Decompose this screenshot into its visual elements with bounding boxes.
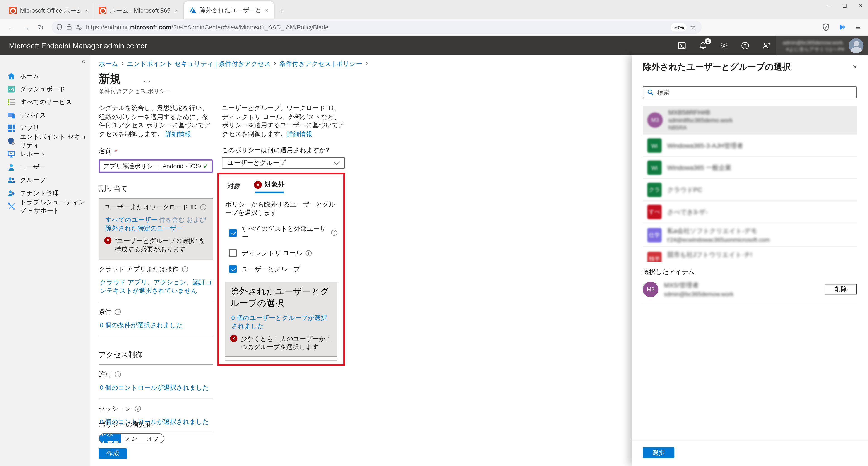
users-summary-link[interactable]: すべてのユーザー 件を含む および 除外された特定のユーザー — [104, 216, 208, 232]
site-permissions-icon[interactable] — [75, 24, 83, 30]
sidebar-item-groups[interactable]: グループ — [0, 174, 90, 187]
checkbox-unchecked[interactable] — [229, 249, 237, 257]
checkbox-checked[interactable] — [229, 265, 237, 273]
lock-icon[interactable] — [66, 24, 72, 30]
troubleshooting-icon — [7, 202, 16, 211]
applies-to-dropdown[interactable]: ユーザーとグループ — [222, 157, 345, 169]
conditions-link[interactable]: 0 個の条件が選択されました — [99, 321, 213, 330]
sidebar-item-reports[interactable]: レポート — [0, 148, 90, 161]
tab-close-icon[interactable]: × — [174, 7, 179, 13]
settings-gear-icon[interactable] — [720, 41, 728, 50]
list-item[interactable]: すべ さべでき3-ザ- — [643, 200, 857, 223]
tab-close-icon[interactable]: × — [84, 7, 89, 13]
tab-include[interactable]: 対象 — [227, 182, 241, 191]
select-button[interactable]: 選択 — [643, 447, 675, 458]
selected-items-heading: 選択したアイテム — [643, 268, 857, 276]
policy-name-input[interactable] — [103, 163, 201, 169]
list-item[interactable]: Wi Windowa365 一般企業 — [643, 156, 857, 178]
info-icon[interactable]: i — [135, 406, 141, 412]
sidebar-item-endpoint-security[interactable]: エンドポイント セキュリティ — [0, 135, 90, 148]
breadcrumb-ca-policy[interactable]: 条件付きアクセス | ポリシー — [279, 60, 362, 68]
favorite-star-icon[interactable]: ☆ — [690, 23, 696, 31]
avatar: 独半 — [647, 252, 662, 262]
zoom-level-badge[interactable]: 90% — [671, 23, 687, 31]
sidebar-item-home[interactable]: ホーム — [0, 70, 90, 83]
sidebar-collapse-icon[interactable]: « — [82, 58, 85, 65]
guests-checkbox-row[interactable]: すべてのゲストと外部ユーザーi — [225, 224, 337, 241]
search-box[interactable] — [643, 86, 857, 98]
panel-close-icon[interactable]: × — [852, 62, 857, 71]
list-item[interactable]: クラ クラウドPC — [643, 178, 857, 200]
sidebar-item-devices[interactable]: デバイス — [0, 109, 90, 122]
info-icon[interactable]: i — [200, 204, 206, 210]
cloud-shell-icon[interactable] — [678, 41, 686, 50]
cloud-apps-link[interactable]: クラウド アプリ、アクション、認証コンテキストが選択されていません — [99, 278, 213, 295]
new-tab-button[interactable]: + — [279, 6, 284, 15]
list-item[interactable]: 独半 競市も社Jフトウリエイト·チ! — · · — ——— · — — [643, 246, 857, 262]
list-item[interactable]: Wi Windowa365-3-AJH管理者 — [643, 134, 857, 156]
avatar[interactable] — [848, 38, 864, 53]
dropdown-value: ユーザーとグループ — [227, 159, 285, 167]
feedback-icon[interactable] — [762, 41, 771, 50]
tab-m365-admin[interactable]: ホーム - Microsoft 365 管理センタ × — [94, 2, 184, 19]
browser-menu-icon[interactable]: ≡ — [856, 23, 860, 31]
sidebar-item-dashboard[interactable]: ダッシュボード — [0, 83, 90, 96]
tracking-shield-icon[interactable] — [56, 24, 62, 30]
tab-office-home[interactable]: Microsoft Office ホーム × — [4, 2, 94, 19]
forward-button[interactable]: → — [23, 23, 30, 31]
toggle-off[interactable]: オフ — [142, 433, 164, 443]
excluded-selection-link[interactable]: 0 個のユーザーとグループが選択されました — [230, 314, 332, 330]
tab-exclude[interactable]: ×対象外 — [254, 180, 285, 193]
sidebar-item-users[interactable]: ユーザー — [0, 161, 90, 174]
list-item[interactable]: M3 MXB58RFH#B sdmin8fsc365demo.work NB5R… — [643, 106, 857, 134]
info-icon[interactable]: i — [182, 266, 188, 272]
account-tenant: #よに含らアサミリ(ハ·P# — [786, 46, 844, 52]
directory-roles-checkbox-row[interactable]: ディレクトリ ロールi — [225, 249, 337, 257]
address-bar[interactable]: https://endpoint.microsoft.com/?ref=Admi… — [52, 20, 702, 34]
toggle-report-only[interactable]: レポート専用 — [99, 433, 121, 443]
enable-policy-toggle[interactable]: レポート専用 オン オフ — [99, 433, 164, 443]
policy-name-field[interactable]: ✓ — [99, 159, 213, 173]
account-menu[interactable]: admin@bc365demow.work. #よに含らアサミリ(ハ·P# — [776, 36, 868, 56]
window-minimize-button[interactable]: – — [828, 2, 831, 9]
error-icon: × — [104, 237, 112, 244]
account-email: admin@bc365demow.work. — [783, 39, 844, 45]
breadcrumb-endpoint-security[interactable]: エンドポイント セキュリティ | 条件付きアクセス — [127, 60, 271, 68]
dashboard-icon — [7, 85, 16, 94]
help-icon[interactable]: ? — [741, 41, 750, 50]
info-icon[interactable]: i — [115, 371, 121, 377]
tab-active-excluded-users[interactable]: 除外されたユーザーとグループの選択 × — [184, 1, 274, 19]
list-item[interactable]: 仕学 私a会社ソフトクリエイト-デモ t'24@ecwindowac365uon… — [643, 223, 857, 246]
grant-link[interactable]: 0 個のコントロールが選択されました — [99, 383, 213, 392]
breadcrumb-home[interactable]: ホーム — [99, 60, 118, 68]
refresh-button[interactable]: ↻ — [38, 23, 44, 31]
create-button[interactable]: 作成 — [99, 448, 127, 459]
learn-more-link[interactable]: 詳細情報 — [165, 130, 191, 137]
info-icon[interactable]: i — [306, 250, 312, 256]
copilot-icon[interactable] — [839, 23, 847, 31]
notifications-bell-icon[interactable]: 2 — [699, 41, 708, 50]
window-maximize-button[interactable]: □ — [843, 2, 847, 9]
window-close-button[interactable]: × — [859, 2, 863, 9]
page-more-menu-icon[interactable]: … — [143, 74, 152, 83]
item-email: t'24@ecwindowac365uonmicrosoft.com — [667, 237, 770, 243]
error-icon: × — [254, 181, 262, 188]
toggle-on[interactable]: オン — [121, 433, 142, 443]
users-groups-checkbox-row[interactable]: ユーザーとグループ — [225, 265, 337, 273]
learn-more-link[interactable]: 詳細情報 — [287, 130, 312, 137]
url-text[interactable]: https://endpoint.microsoft.com/?ref=Admi… — [86, 24, 667, 30]
back-button[interactable]: ← — [8, 23, 15, 31]
search-input[interactable] — [657, 89, 852, 96]
tab-close-icon[interactable]: × — [264, 7, 270, 13]
checkbox-checked[interactable] — [229, 229, 237, 237]
info-icon[interactable]: i — [331, 229, 337, 236]
info-icon[interactable]: i — [115, 309, 121, 315]
sidebar-item-all-services[interactable]: すべてのサービス — [0, 96, 90, 109]
sidebar-item-troubleshooting[interactable]: トラブルシューティング + サポート — [0, 200, 90, 213]
cloud-apps-label: クラウド アプリまたは操作i — [99, 265, 213, 274]
page-title: 新規 — [99, 71, 121, 86]
browser-essentials-icon[interactable] — [822, 23, 830, 31]
groups-icon — [7, 176, 16, 185]
delete-button[interactable]: 削除 — [825, 284, 857, 294]
browser-tab-strip: Microsoft Office ホーム × ホーム - Microsoft 3… — [0, 0, 868, 19]
